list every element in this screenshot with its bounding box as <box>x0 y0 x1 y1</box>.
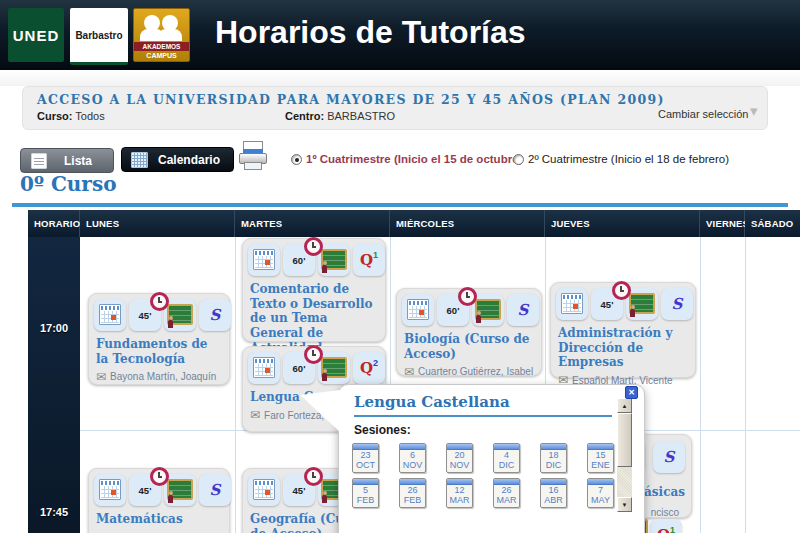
course-title[interactable]: Fundamentos de la Tecnología <box>96 337 223 366</box>
popup-scrollbar[interactable]: ▲ ▼ <box>617 398 632 512</box>
blackboard-icon[interactable] <box>318 244 350 276</box>
header-divider <box>0 70 800 86</box>
session-date-tile[interactable]: 4DIC <box>493 443 520 473</box>
list-icon <box>31 153 47 169</box>
centro-value: BARBASTRO <box>327 110 395 122</box>
heading-rule <box>12 203 788 207</box>
session-date-tile[interactable]: 20NOV <box>446 443 473 473</box>
calendar-icon[interactable] <box>94 474 126 506</box>
close-icon[interactable]: ✕ <box>625 386 638 399</box>
session-date-tile[interactable]: 16ABR <box>540 478 567 508</box>
akademos-label: AKADEMOS <box>134 42 189 51</box>
akademos-campus-logo[interactable]: AKADEMOS CAMPUS <box>133 8 190 62</box>
professor-fragment[interactable]: ncisco <box>651 507 679 518</box>
sessions-label: Sesiones: <box>354 423 411 437</box>
session-date-tile[interactable]: 26MAR <box>493 478 520 508</box>
duration-badge[interactable]: 45' <box>591 288 623 320</box>
scrollbar-track[interactable] <box>617 413 632 497</box>
session-date-tile[interactable]: 23OCT <box>352 443 379 473</box>
course-title[interactable]: Administración y Dirección de Empresas <box>558 326 689 370</box>
calendario-button-label: Calendario <box>158 153 232 167</box>
horario-column <box>28 237 80 533</box>
calendar-icon[interactable] <box>556 288 588 320</box>
duration-badge[interactable]: 45' <box>129 299 161 331</box>
course-card-comentario-texto[interactable]: 60' Q1 Comentario de Texto o Desarrollo … <box>242 238 386 342</box>
curso-value: Todos <box>75 110 104 122</box>
time-label-1745: 17:45 <box>28 506 80 518</box>
course-card-fundamentos-tecnologia[interactable]: 45' S Fundamentos de la Tecnología ✉Bayo… <box>88 293 230 385</box>
time-label-1700: 17:00 <box>28 322 80 334</box>
session-date-tile[interactable]: 6NOV <box>399 443 426 473</box>
grid-line <box>700 237 701 533</box>
change-selection-link[interactable]: Cambiar selección <box>658 108 748 120</box>
session-date-tile[interactable]: 5FEB <box>352 478 379 508</box>
plan-title: ACCESO A LA UNIVERSIDAD PARA MAYORES DE … <box>37 92 665 107</box>
course-title[interactable]: Matemáticas <box>96 512 223 527</box>
calendar-icon[interactable] <box>248 474 280 506</box>
duration-badge[interactable]: 45' <box>129 474 161 506</box>
s-badge[interactable]: S <box>507 294 539 326</box>
duration-badge[interactable]: 45' <box>283 474 315 506</box>
scroll-down-icon[interactable]: ▼ <box>617 497 632 512</box>
person-silhouette-icon <box>158 29 182 41</box>
calendar-grid-icon <box>131 152 148 168</box>
column-header-viernes: VIERNES <box>700 210 745 237</box>
calendar-icon[interactable] <box>94 299 126 331</box>
curso-field: Curso: Todos <box>37 110 105 122</box>
blackboard-icon[interactable] <box>164 474 196 506</box>
professor-link[interactable]: ✉Cuartero Gutiérrez, Isabel <box>404 366 535 377</box>
page-title: Horarios de Tutorías <box>215 14 526 51</box>
campus-label: CAMPUS <box>134 52 189 59</box>
blackboard-icon[interactable] <box>318 352 350 384</box>
q2-badge[interactable]: Q2 <box>353 352 385 384</box>
clock-icon <box>150 467 169 486</box>
uned-logo[interactable]: UNED <box>8 8 64 62</box>
q1-badge[interactable]: Q1 <box>650 519 682 533</box>
session-date-tile[interactable]: 15ENE <box>587 443 614 473</box>
semester-1-label[interactable]: 1º Cuatrimestre (Inicio el 15 de octubre… <box>306 153 522 165</box>
calendario-button[interactable]: Calendario <box>121 147 234 172</box>
calendar-icon[interactable] <box>248 244 280 276</box>
s-badge[interactable]: S <box>653 441 685 473</box>
duration-badge[interactable]: 60' <box>437 294 469 326</box>
professor-link[interactable]: ✉Bayona Martín, Joaquín <box>96 371 223 382</box>
lista-button[interactable]: Lista <box>20 148 114 173</box>
radio-semester-1[interactable] <box>291 154 302 165</box>
column-header-jueves: JUEVES <box>545 210 700 237</box>
q1-badge[interactable]: Q1 <box>353 244 385 276</box>
app-header: UNED Barbastro AKADEMOS CAMPUS Horarios … <box>0 0 800 70</box>
course-card-matematicas[interactable]: 45' S Matemáticas <box>88 468 230 533</box>
chevron-down-icon[interactable]: ▾ <box>750 102 758 120</box>
s-badge[interactable]: S <box>199 474 231 506</box>
radio-semester-2[interactable] <box>513 154 524 165</box>
lista-button-label: Lista <box>64 154 106 168</box>
session-date-tile[interactable]: 26FEB <box>399 478 426 508</box>
barbastro-logo[interactable]: Barbastro <box>70 8 128 65</box>
blackboard-icon[interactable] <box>164 299 196 331</box>
blackboard-icon[interactable] <box>626 288 658 320</box>
course-card-administracion[interactable]: 45' S Administración y Dirección de Empr… <box>550 282 696 378</box>
print-button[interactable] <box>238 141 266 169</box>
session-date-tile[interactable]: 7MAY <box>587 478 614 508</box>
envelope-icon: ✉ <box>404 367 414 377</box>
calendar-icon[interactable] <box>402 294 434 326</box>
course-title[interactable]: Biología (Curso de Acceso) <box>404 332 535 361</box>
scroll-up-icon[interactable]: ▲ <box>617 398 632 413</box>
scrollbar-thumb[interactable] <box>617 413 632 467</box>
clock-icon <box>304 345 323 364</box>
duration-badge[interactable]: 60' <box>283 352 315 384</box>
s-badge[interactable]: S <box>661 288 693 320</box>
course-card-biologia[interactable]: 60' S Biología (Curso de Acceso) ✉Cuarte… <box>396 288 542 376</box>
s-badge[interactable]: S <box>199 299 231 331</box>
column-header-horario: HORARIO <box>28 210 80 237</box>
column-header-martes: MARTES <box>235 210 390 237</box>
session-date-tile[interactable]: 18DIC <box>540 443 567 473</box>
calendar-icon[interactable] <box>248 352 280 384</box>
duration-badge[interactable]: 60' <box>283 244 315 276</box>
blackboard-icon[interactable] <box>472 294 504 326</box>
grid-line <box>235 237 236 533</box>
session-date-tile[interactable]: 12MAR <box>446 478 473 508</box>
clock-icon <box>304 237 323 256</box>
clock-icon <box>458 287 477 306</box>
semester-2-label[interactable]: 2º Cuatrimestre (Inicio el 18 de febrero… <box>528 153 729 165</box>
